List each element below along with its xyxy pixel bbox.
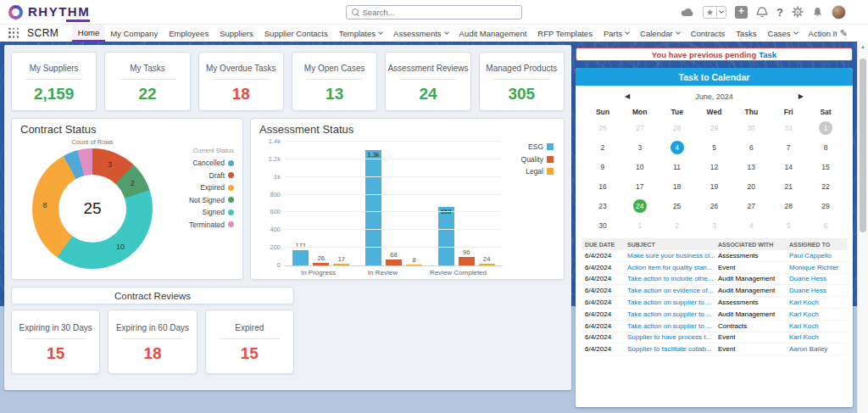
calendar-day-marker-gray[interactable]: 1 — [819, 121, 832, 135]
global-search[interactable] — [346, 5, 522, 20]
window-scrollbar[interactable]: ▲ ▼ — [857, 42, 868, 413]
search-input[interactable] — [363, 8, 516, 17]
help-icon[interactable]: ? — [776, 6, 783, 19]
tab-templates[interactable]: Templates — [333, 25, 387, 42]
tab-rfp-templates[interactable]: RFP Templates — [532, 25, 598, 42]
setup-gear-icon[interactable] — [792, 6, 804, 18]
calendar-day[interactable]: 11 — [659, 157, 696, 176]
task-assignee-link[interactable]: Duane Hess — [786, 287, 847, 294]
calendar-day[interactable]: 5 — [696, 137, 733, 157]
tab-action-items[interactable]: Action Items — [803, 25, 837, 42]
edit-nav-pencil-icon[interactable]: ✎ — [840, 28, 848, 39]
calendar-day[interactable]: 8 — [807, 137, 844, 157]
tab-audit-management[interactable]: Audit Management — [453, 25, 532, 42]
calendar-day[interactable]: 27 — [732, 196, 770, 215]
calendar-day[interactable]: 19 — [696, 176, 733, 196]
calendar-day[interactable]: 30 — [584, 215, 621, 235]
calendar-day[interactable]: 10 — [621, 157, 659, 176]
kpi-expired[interactable]: Expired15 — [205, 310, 294, 374]
kpi-managed-products[interactable]: Managed Products305 — [479, 52, 565, 111]
task-assignee-link[interactable]: Paul Cappello — [786, 252, 847, 260]
task-assignee-link[interactable]: Karl Koch — [786, 333, 847, 341]
calendar-day[interactable]: 2 — [659, 215, 696, 235]
calendar-day-marker-blue[interactable]: 4 — [670, 141, 684, 154]
calendar-day[interactable]: 6 — [732, 137, 770, 157]
tab-home[interactable]: Home — [72, 25, 104, 42]
task-subject-link[interactable]: Make sure your business cl... — [624, 252, 715, 260]
calendar-day[interactable]: 16 — [584, 176, 621, 196]
notifications-bell-icon[interactable] — [812, 7, 823, 18]
tab-calendar[interactable]: Calendar — [635, 25, 686, 42]
task-assignee-link[interactable]: Aaron Bailey — [786, 345, 847, 353]
calendar-day-marker-green[interactable]: 24 — [633, 199, 647, 213]
task-assignee-link[interactable]: Karl Koch — [786, 310, 847, 318]
calendar-day[interactable]: 27 — [621, 118, 659, 137]
tab-contracts[interactable]: Contracts — [685, 25, 731, 42]
calendar-day[interactable]: 28 — [659, 118, 696, 137]
calendar-day[interactable]: 18 — [659, 176, 696, 196]
calendar-day[interactable]: 12 — [696, 157, 733, 176]
kpi-my-open-cases[interactable]: My Open Cases13 — [292, 52, 377, 111]
banner-task-link[interactable]: Task — [759, 50, 776, 59]
tab-tasks[interactable]: Tasks — [731, 25, 762, 42]
tab-cases[interactable]: Cases — [762, 25, 803, 42]
kpi-my-overdue-tasks[interactable]: My Overdue Tasks18 — [198, 52, 284, 111]
task-subject-link[interactable]: Take action to include othe... — [624, 275, 715, 282]
scroll-up-icon[interactable]: ▲ — [858, 44, 868, 49]
favorites-dropdown-icon[interactable] — [716, 7, 726, 18]
calendar-day[interactable]: 1 — [621, 215, 659, 235]
favorites-control[interactable]: ★ — [703, 6, 726, 19]
calendar-day[interactable]: 23 — [584, 196, 621, 215]
quick-add-plus-icon[interactable]: + — [735, 6, 748, 19]
kpi-assessment-reviews[interactable]: Assessment Reviews24 — [385, 52, 470, 111]
task-subject-link[interactable]: Supplier to facilitate collab... — [624, 345, 715, 353]
calendar-day[interactable]: 3 — [621, 137, 659, 157]
calendar-day[interactable]: 26 — [696, 196, 733, 215]
calendar-day[interactable]: 31 — [770, 118, 807, 137]
calendar-day[interactable]: 24 — [621, 196, 659, 215]
kpi-expiring-in-30-days[interactable]: Expiring in 30 Days15 — [11, 310, 100, 374]
cloud-icon[interactable] — [681, 8, 694, 17]
calendar-day[interactable]: 5 — [770, 215, 807, 235]
calendar-day[interactable]: 7 — [770, 137, 807, 157]
task-subject-link[interactable]: Take action on supplier to ... — [624, 322, 715, 330]
tab-my-company[interactable]: My Company — [105, 25, 164, 42]
task-subject-link[interactable]: Take action on evidence of... — [624, 287, 715, 294]
app-launcher-icon[interactable] — [8, 28, 19, 39]
guidance-bell-icon[interactable] — [756, 7, 768, 17]
task-subject-link[interactable]: Take action on supplier to ... — [624, 299, 715, 306]
calendar-day[interactable]: 29 — [696, 118, 733, 137]
user-avatar[interactable] — [832, 5, 846, 20]
calendar-prev-icon[interactable]: ◀ — [625, 92, 630, 100]
tab-assessments[interactable]: Assessments — [388, 25, 454, 42]
calendar-day[interactable]: 25 — [659, 196, 696, 215]
kpi-my-tasks[interactable]: My Tasks22 — [104, 52, 190, 111]
tab-supplier-contacts[interactable]: Supplier Contacts — [259, 25, 333, 42]
calendar-day[interactable]: 1 — [807, 118, 844, 137]
calendar-day[interactable]: 2 — [584, 137, 621, 157]
calendar-day[interactable]: 22 — [807, 176, 844, 196]
favorites-star-icon[interactable]: ★ — [704, 8, 716, 17]
calendar-day[interactable]: 17 — [621, 176, 659, 196]
calendar-day[interactable]: 4 — [659, 137, 696, 157]
calendar-day[interactable]: 21 — [770, 176, 807, 196]
calendar-day[interactable]: 14 — [770, 157, 807, 176]
kpi-expiring-in-60-days[interactable]: Expiring in 60 Days18 — [108, 310, 197, 374]
task-assignee-link[interactable]: Duane Hess — [786, 275, 847, 282]
calendar-day[interactable]: 6 — [807, 215, 844, 235]
calendar-day[interactable]: 29 — [807, 196, 844, 215]
calendar-day[interactable]: 20 — [732, 176, 770, 196]
tab-parts[interactable]: Parts — [598, 25, 634, 42]
task-assignee-link[interactable]: Karl Koch — [786, 322, 847, 330]
calendar-day[interactable]: 15 — [807, 157, 844, 176]
calendar-day[interactable]: 28 — [770, 196, 807, 215]
calendar-day[interactable]: 30 — [732, 118, 770, 137]
task-subject-link[interactable]: Supplier to have process t... — [624, 333, 715, 341]
calendar-day[interactable]: 4 — [732, 215, 770, 235]
scrollbar-thumb[interactable] — [860, 59, 866, 232]
tab-suppliers[interactable]: Suppliers — [214, 25, 259, 42]
task-assignee-link[interactable]: Monique Richter — [786, 264, 847, 271]
tab-employees[interactable]: Employees — [164, 25, 214, 42]
calendar-day[interactable]: 26 — [584, 118, 621, 137]
task-subject-link[interactable]: Action item for quality stan... — [624, 264, 715, 271]
